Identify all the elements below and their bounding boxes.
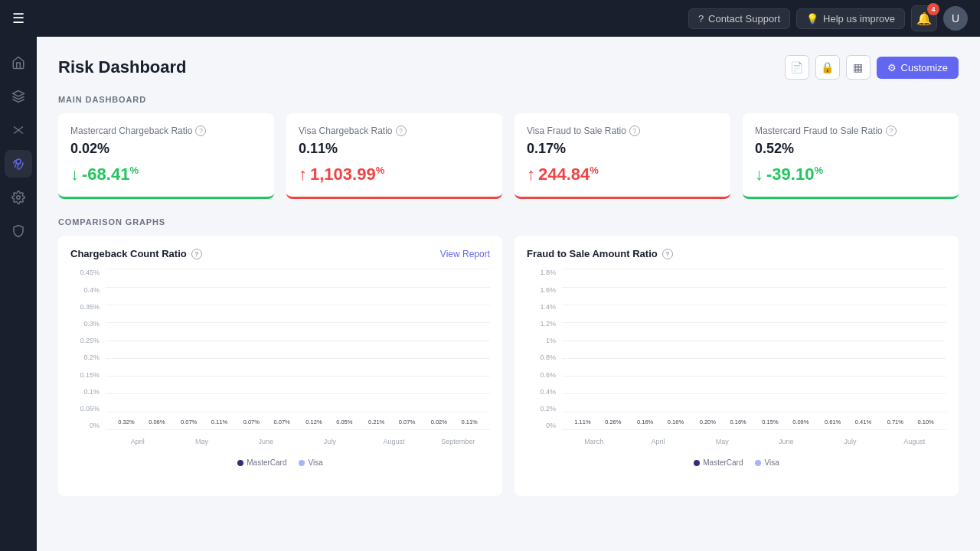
info-icon[interactable]: ? — [195, 126, 206, 136]
metric-title-text: Mastercard Chargeback Ratio — [70, 126, 192, 136]
chargeback-chart-area: 0.45% 0.4% 0.35% 0.3% 0.25% 0.2% 0.15% 0… — [70, 269, 490, 452]
main-content: Risk Dashboard 📄 🔒 ▦ ⚙ Customize MAIN DA… — [37, 37, 980, 551]
metric-card-mc-fraud: Mastercard Fraud to Sale Ratio ? 0.52% ↓… — [743, 113, 959, 199]
change-value: 244.84% — [538, 165, 599, 184]
table-view-button[interactable]: ▦ — [846, 55, 871, 80]
sidebar-item-mix[interactable] — [5, 116, 32, 144]
metric-title-visa-fraud: Visa Fraud to Sale Ratio ? — [527, 126, 718, 136]
view-report-link[interactable]: View Report — [440, 249, 490, 259]
arrow-down-icon: ↓ — [755, 165, 763, 184]
chargeback-chart-plot: 0.32% 0.06% 0.07% — [106, 269, 490, 429]
fraud-chart-card: Fraud to Sale Amount Ratio ? 1.8% 1.6% 1… — [514, 236, 959, 496]
sidebar — [0, 37, 37, 551]
info-icon[interactable]: ? — [629, 126, 640, 136]
user-avatar[interactable]: U — [943, 6, 968, 31]
legend-dot-mc — [237, 460, 243, 466]
customize-button[interactable]: ⚙ Customize — [877, 57, 959, 79]
legend-dot-visa — [299, 460, 305, 466]
arrow-up-icon: ↑ — [299, 165, 307, 184]
navbar-right: ? Contact Support 💡 Help us improve 🔔 4 … — [688, 5, 968, 31]
fraud-chart-area: 1.8% 1.6% 1.4% 1.2% 1% 0.8% 0.6% 0.4% 0.… — [527, 269, 946, 452]
metric-title-mc-chargeback: Mastercard Chargeback Ratio ? — [70, 126, 262, 136]
legend-label-mc: MasterCard — [247, 458, 286, 467]
contact-support-label: Contact Support — [708, 13, 780, 24]
main-dashboard-label: MAIN DASHBOARD — [58, 95, 959, 104]
fraud-chart-title: Fraud to Sale Amount Ratio ? — [527, 248, 673, 259]
avatar-initial: U — [952, 12, 959, 24]
sidebar-item-settings[interactable] — [5, 184, 32, 211]
metric-card-visa-chargeback: Visa Chargeback Ratio ? 0.11% ↑ 1,103.99… — [286, 113, 502, 199]
metric-title-text: Mastercard Fraud to Sale Ratio — [755, 126, 883, 136]
sidebar-item-home[interactable] — [5, 49, 32, 77]
change-value: 1,103.99% — [310, 165, 384, 184]
menu-icon[interactable]: ☰ — [12, 10, 24, 27]
notification-button[interactable]: 🔔 4 — [911, 5, 937, 31]
sidebar-item-shield[interactable] — [5, 217, 32, 245]
change-value: -68.41% — [82, 165, 139, 184]
legend-dot-mc — [694, 460, 700, 466]
sidebar-item-fingerprint[interactable] — [5, 150, 32, 178]
metric-value: 0.11% — [299, 141, 490, 157]
chargeback-chart-card: Chargeback Count Ratio ? View Report 0.4… — [58, 236, 502, 496]
arrow-down-icon: ↓ — [70, 165, 79, 184]
metric-card-visa-fraud: Visa Fraud to Sale Ratio ? 0.17% ↑ 244.8… — [514, 113, 730, 199]
legend-dot-visa — [755, 460, 761, 466]
notification-badge: 4 — [927, 3, 939, 15]
metric-value: 0.17% — [527, 141, 718, 157]
pdf-icon: 📄 — [790, 61, 803, 73]
legend-label-mc: MasterCard — [703, 458, 743, 467]
sidebar-item-layers[interactable] — [5, 83, 32, 110]
legend-mastercard: MasterCard — [237, 458, 286, 467]
main-layout: Risk Dashboard 📄 🔒 ▦ ⚙ Customize MAIN DA… — [0, 37, 980, 551]
svg-point-3 — [16, 159, 21, 164]
chargeback-legend: MasterCard Visa — [70, 458, 490, 467]
fraud-y-axis: 1.8% 1.6% 1.4% 1.2% 1% 0.8% 0.6% 0.4% 0.… — [527, 269, 559, 429]
metric-title-text: Visa Fraud to Sale Ratio — [527, 126, 626, 136]
metric-title-visa-chargeback: Visa Chargeback Ratio ? — [299, 126, 490, 136]
metric-change: ↑ 244.84% — [527, 165, 718, 184]
header-actions: 📄 🔒 ▦ ⚙ Customize — [785, 55, 959, 80]
legend-label-visa: Visa — [764, 458, 779, 467]
legend-label-visa: Visa — [308, 458, 322, 467]
table-icon: ▦ — [853, 61, 863, 73]
fraud-x-labels: March April May June July August — [562, 431, 946, 452]
arrow-up-icon: ↑ — [527, 165, 535, 184]
fraud-title-text: Fraud to Sale Amount Ratio — [527, 248, 658, 259]
improve-icon: 💡 — [806, 13, 818, 24]
export-pdf-button[interactable]: 📄 — [785, 55, 809, 80]
fraud-chart-plot: 1.11% 0.26% 0.16% — [562, 269, 946, 429]
chargeback-x-labels: April May June July August September — [106, 431, 490, 452]
chargeback-title-text: Chargeback Count Ratio — [70, 248, 187, 259]
info-icon[interactable]: ? — [396, 126, 407, 136]
legend-visa: Visa — [755, 458, 779, 467]
change-value: -39.10% — [766, 165, 823, 184]
chargeback-bars: 0.32% 0.06% 0.07% — [106, 269, 490, 429]
metric-title-text: Visa Chargeback Ratio — [299, 126, 393, 136]
navbar-left: ☰ — [12, 10, 24, 27]
comparison-section-label: COMPARISON GRAPHS — [58, 217, 959, 227]
fraud-chart-header: Fraud to Sale Amount Ratio ? — [527, 248, 946, 259]
customize-label: Customize — [901, 62, 948, 73]
info-icon[interactable]: ? — [662, 249, 673, 259]
info-icon[interactable]: ? — [886, 126, 897, 136]
metric-value: 0.02% — [70, 141, 262, 157]
export-sheet-button[interactable]: 🔒 — [815, 55, 840, 80]
gear-icon: ⚙ — [887, 62, 897, 73]
chargeback-chart-title: Chargeback Count Ratio ? — [70, 248, 202, 259]
page-title: Risk Dashboard — [58, 57, 187, 77]
contact-support-button[interactable]: ? Contact Support — [688, 8, 790, 29]
metric-change: ↓ -39.10% — [755, 165, 946, 184]
svg-marker-0 — [13, 91, 24, 97]
metric-change: ↑ 1,103.99% — [299, 165, 490, 184]
metric-value: 0.52% — [755, 141, 946, 157]
fraud-bars: 1.11% 0.26% 0.16% — [562, 269, 946, 429]
info-icon[interactable]: ? — [191, 249, 202, 259]
help-improve-label: Help us improve — [823, 13, 895, 24]
metric-change: ↓ -68.41% — [70, 165, 262, 184]
legend-visa: Visa — [299, 458, 322, 467]
svg-point-4 — [17, 196, 21, 200]
navbar: ☰ ? Contact Support 💡 Help us improve 🔔 … — [0, 0, 980, 37]
charts-grid: Chargeback Count Ratio ? View Report 0.4… — [58, 236, 959, 496]
help-improve-button[interactable]: 💡 Help us improve — [796, 8, 905, 29]
sheet-icon: 🔒 — [821, 61, 834, 73]
